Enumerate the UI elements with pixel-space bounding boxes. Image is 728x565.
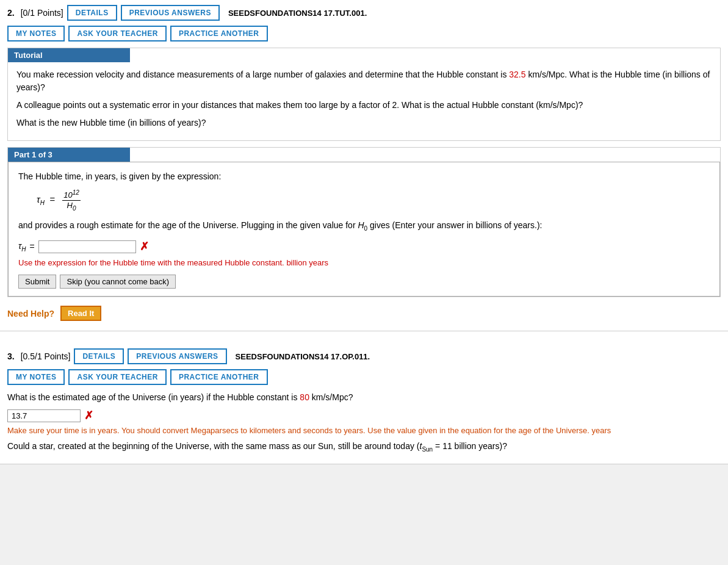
q2-my-notes-button[interactable]: MY NOTES (7, 26, 65, 41)
q2-wrong-icon: ✗ (140, 240, 149, 253)
q3-ask-teacher-button[interactable]: ASK YOUR TEACHER (68, 369, 166, 385)
tutorial-p1: You make recession velocity and distance… (16, 68, 712, 94)
q3-prev-answers-button[interactable]: PREVIOUS ANSWERS (128, 348, 226, 364)
q3-followup: Could a star, created at the beginning o… (7, 440, 721, 454)
equals-sign: = (29, 242, 34, 251)
q2-number: 2. (7, 8, 15, 18)
q3-my-notes-button[interactable]: MY NOTES (7, 369, 65, 385)
q3-points: [0.5/1 Points] (21, 351, 71, 361)
q2-answer-row: τH = ✗ (18, 240, 710, 253)
hubble-formula: τH = 1012 H0 (37, 189, 710, 211)
q2-error-message: Use the expression for the Hubble time w… (18, 258, 710, 267)
q2-points: [0/1 Points] (21, 8, 63, 18)
q2-answer-input[interactable] (38, 240, 136, 253)
q3-details-button[interactable]: DETAILS (74, 348, 124, 364)
q3-number: 3. (7, 351, 15, 361)
q3-answer-row: ✗ (7, 409, 721, 422)
q3-answer-input[interactable] (7, 409, 81, 422)
q3-question: What is the estimated age of the Univers… (7, 391, 721, 404)
part-intro: The Hubble time, in years, is given by t… (18, 170, 710, 183)
need-help-label: Need Help? (7, 309, 54, 318)
q3-seed-code: SEEDSFOUNDATIONS14 17.OP.011. (236, 352, 370, 361)
q2-submit-button[interactable]: Submit (18, 275, 56, 289)
q2-prev-answers-button[interactable]: PREVIOUS ANSWERS (121, 5, 220, 21)
tutorial-p2: A colleague points out a systematic erro… (16, 99, 712, 112)
q2-details-button[interactable]: DETAILS (67, 5, 117, 21)
q2-practice-another-button[interactable]: PRACTICE ANOTHER (170, 26, 268, 41)
need-help-section: Need Help? Read It (7, 306, 721, 321)
hubble-value: 32.5 (509, 70, 525, 79)
part-p2: and provides a rough estimate for the ag… (18, 218, 710, 234)
q2-skip-button[interactable]: Skip (you cannot come back) (60, 275, 176, 289)
part-header: Part 1 of 3 (8, 148, 130, 162)
q3-wrong-icon: ✗ (84, 409, 93, 422)
tutorial-p3: What is the new Hubble time (in billions… (16, 117, 712, 129)
q3-error-message: Make sure your time is in years. You sho… (7, 426, 721, 435)
q3-practice-another-button[interactable]: PRACTICE ANOTHER (170, 369, 268, 385)
tau-label: τH (18, 241, 26, 253)
q2-seed-code: SEEDSFOUNDATIONS14 17.TUT.001. (228, 9, 367, 18)
read-it-button[interactable]: Read It (60, 306, 101, 321)
tutorial-header: Tutorial (8, 48, 130, 62)
q2-ask-teacher-button[interactable]: ASK YOUR TEACHER (68, 26, 166, 41)
q3-hubble-value: 80 (300, 392, 309, 402)
